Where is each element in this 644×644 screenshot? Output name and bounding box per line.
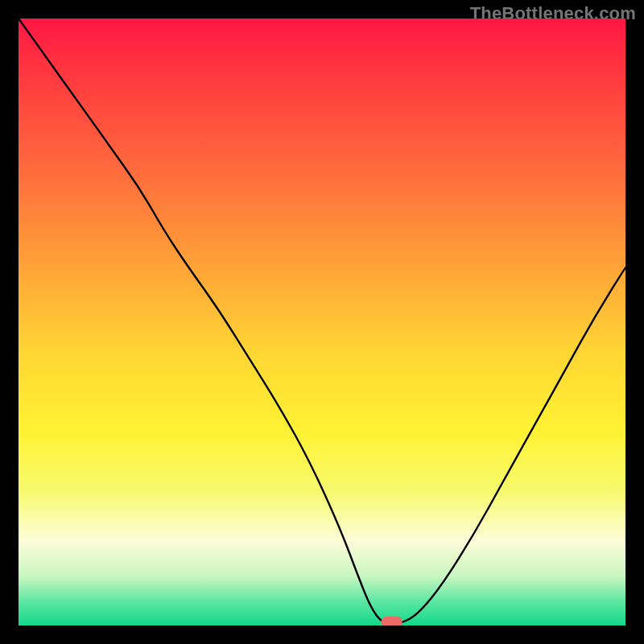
optimal-point-marker [382,617,402,625]
bottleneck-plot [19,19,625,625]
gradient-background [19,19,625,625]
chart-frame: TheBottleneck.com [0,0,644,644]
